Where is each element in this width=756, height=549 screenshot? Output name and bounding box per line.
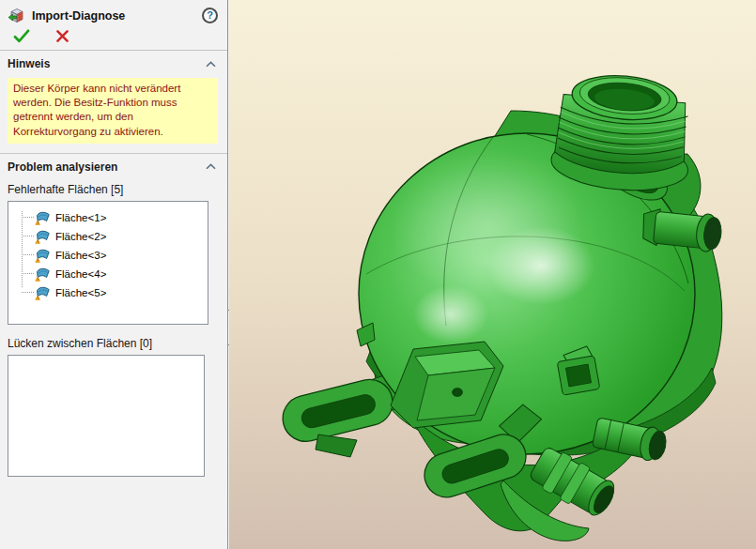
- list-item-face-5[interactable]: Fläche<5>: [8, 283, 208, 302]
- list-item-face-2[interactable]: Fläche<2>: [8, 227, 208, 246]
- faulty-faces-list[interactable]: Fläche<1> Fläche<2> Fläche<3>: [8, 201, 208, 325]
- face-item-label: Fläche<2>: [55, 231, 106, 242]
- dome-highlight: [389, 148, 586, 298]
- face-item-label: Fläche<4>: [55, 268, 106, 280]
- model-canvas[interactable]: [229, 0, 756, 549]
- cancel-x-icon: [55, 29, 69, 43]
- section-header-hinweis[interactable]: Hinweis: [0, 51, 227, 73]
- property-manager-panel: Import-Diagnose ? Hinweis Dieser Körper …: [0, 0, 228, 549]
- cancel-button[interactable]: [55, 29, 69, 43]
- ok-button[interactable]: [13, 29, 30, 43]
- gaps-list[interactable]: [8, 355, 205, 477]
- chevron-up-icon[interactable]: [206, 61, 216, 68]
- section-title: Hinweis: [8, 57, 50, 70]
- section-title: Problem analysieren: [8, 160, 117, 174]
- face-warning-icon: [35, 229, 51, 244]
- hinweis-message: Dieser Körper kann nicht verändert werde…: [8, 78, 218, 144]
- face-warning-icon: [35, 248, 51, 263]
- section-header-problem-analysieren[interactable]: Problem analysieren: [0, 153, 227, 176]
- panel-header: Import-Diagnose ?: [0, 0, 227, 27]
- import-diagnose-icon: [8, 7, 25, 24]
- tree-connector: [22, 217, 34, 218]
- help-icon[interactable]: ?: [202, 8, 218, 23]
- tree-connector: [22, 236, 34, 236]
- tree-connector: [22, 273, 34, 274]
- tree-connector: [22, 292, 34, 293]
- panel-toolbar: [0, 27, 227, 51]
- face-warning-icon: [35, 210, 51, 225]
- panel-title: Import-Diagnose: [32, 9, 195, 23]
- face-item-label: Fläche<3>: [55, 250, 106, 261]
- face-warning-icon: [35, 267, 51, 282]
- face-item-label: Fläche<5>: [55, 287, 106, 298]
- tree-connector: [22, 254, 34, 255]
- chevron-up-icon[interactable]: [206, 163, 216, 170]
- face-item-label: Fläche<1>: [55, 212, 106, 223]
- confirm-check-icon: [13, 29, 30, 43]
- gaps-label: Lücken zwischen Flächen [0]: [8, 337, 220, 350]
- list-item-face-1[interactable]: Fläche<1>: [8, 208, 208, 227]
- faulty-faces-label: Fehlerhafte Flächen [5]: [8, 183, 220, 196]
- list-item-face-4[interactable]: Fläche<4>: [8, 265, 208, 283]
- list-item-face-3[interactable]: Fläche<3>: [8, 246, 208, 265]
- application-window: { "panel": { "header": { "title": "Impor…: [0, 0, 756, 549]
- face-warning-icon: [35, 285, 51, 300]
- graphics-viewport[interactable]: [229, 0, 756, 549]
